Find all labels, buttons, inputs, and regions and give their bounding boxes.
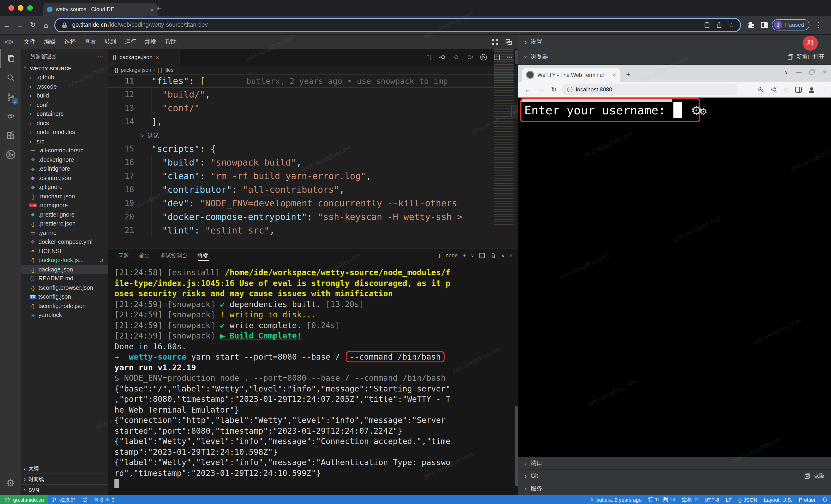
branch-version[interactable]: v2.5.0*: [49, 497, 79, 502]
file-item-README.md[interactable]: ⓘREADME.md: [21, 274, 108, 283]
menu-帮助[interactable]: 帮助: [161, 38, 181, 46]
nav-forward-icon[interactable]: [466, 54, 474, 61]
git-clone-button[interactable]: 克隆: [804, 472, 825, 480]
close-window-button[interactable]: [8, 5, 14, 11]
language-mode[interactable]: {}JSON: [735, 497, 761, 502]
file-item-docker-compose.yml[interactable]: ❖docker-compose.yml: [21, 237, 108, 247]
run-debug-icon[interactable]: [0, 107, 21, 126]
reload-icon[interactable]: ↻: [26, 21, 39, 29]
forward-icon[interactable]: →: [13, 21, 26, 29]
panel-tab-调试控制台[interactable]: 调试控制台: [161, 249, 188, 262]
address-bar[interactable]: go.titanide.cn/ide/web/coding/wetty-sour…: [54, 18, 741, 32]
embedded-browser-tab[interactable]: WeTTY - The Web Terminal ×: [522, 68, 621, 82]
close-editor-tab-icon[interactable]: ×: [155, 54, 159, 60]
user-badge[interactable]: 邓: [803, 36, 818, 51]
run-file-icon[interactable]: [480, 54, 487, 61]
file-item-tsconfig.node.json[interactable]: {}tsconfig.node.json: [21, 301, 108, 310]
source-control-icon[interactable]: 1: [0, 87, 21, 107]
code-editor[interactable]: 11 "files": [butlerx, 2 years ago • use …: [108, 74, 518, 250]
menu-编辑[interactable]: 编辑: [40, 38, 60, 46]
menu-查看[interactable]: 查看: [80, 38, 101, 46]
minimap[interactable]: [494, 49, 514, 225]
panel-expand-chevron-icon[interactable]: ›: [511, 105, 519, 118]
wetty-settings-gears-icon[interactable]: ⚙⚙: [691, 103, 708, 118]
new-tab-button[interactable]: +: [156, 4, 161, 13]
blame-info[interactable]: butlerx, 2 years ago: [586, 497, 645, 502]
breadcrumb[interactable]: {} package.json › [ ] files: [108, 66, 525, 74]
embedded-side-panel-icon[interactable]: [795, 87, 802, 93]
section-browser[interactable]: › 浏览器 新窗口打开: [518, 49, 831, 65]
file-item-package.json[interactable]: {}package.json: [21, 265, 108, 274]
layout-icon[interactable]: [505, 38, 513, 45]
embedded-minimize-icon[interactable]: —: [796, 69, 802, 75]
folder-item-build[interactable]: ›build: [21, 91, 108, 100]
sync-button[interactable]: [79, 497, 91, 502]
wetty-terminal-page[interactable]: Enter your username: ⚙⚙: [518, 97, 831, 457]
browser-menu-kebab-icon[interactable]: ⋮: [812, 21, 825, 29]
menu-文件[interactable]: 文件: [20, 38, 40, 46]
editor-scrollbar[interactable]: [515, 50, 518, 64]
bookmark-star-icon[interactable]: ☆: [727, 21, 735, 29]
file-item-.yarnrc[interactable]: ☰.yarnrc: [21, 228, 108, 237]
panel-tab-问题[interactable]: 问题: [118, 249, 129, 262]
sidebar-section-SVN[interactable]: ›SVN: [21, 484, 108, 495]
encoding[interactable]: UTF-8: [701, 497, 722, 502]
section-ports[interactable]: ›端口: [518, 457, 831, 470]
menu-转到[interactable]: 转到: [101, 38, 120, 46]
keyboard-layout[interactable]: Layout: U.S.: [761, 497, 796, 502]
embedded-restore-icon[interactable]: [810, 69, 815, 75]
problems-indicator[interactable]: ⊘0 ⚠0: [91, 497, 118, 503]
folder-item-containers[interactable]: ›containers: [21, 110, 108, 119]
folder-item-conf[interactable]: ›conf: [21, 100, 108, 110]
share-icon[interactable]: [715, 22, 723, 28]
embedded-profile-icon[interactable]: [808, 86, 815, 93]
breadcrumb-file[interactable]: package.json: [121, 67, 151, 73]
embedded-back-icon[interactable]: ←: [522, 86, 533, 93]
pull-changes-icon[interactable]: [426, 54, 433, 61]
file-item-.dockerignore[interactable]: ❖.dockerignore: [21, 155, 108, 164]
side-panel-icon[interactable]: [760, 21, 768, 28]
indentation[interactable]: 空格: 2: [679, 496, 701, 503]
embedded-reload-icon[interactable]: ↻: [548, 86, 560, 93]
embedded-close-tab-icon[interactable]: ×: [613, 71, 616, 78]
folder-item-docs[interactable]: ›docs: [21, 119, 108, 128]
sidebar-section-大纲[interactable]: ›大纲: [21, 463, 108, 474]
folder-item-node_modules[interactable]: ›node_modules: [21, 128, 108, 137]
folder-item-src[interactable]: ›src: [21, 137, 108, 146]
panel-tab-输出[interactable]: 输出: [139, 249, 150, 262]
file-item-tsconfig.browser.json[interactable]: {}tsconfig.browser.json: [21, 283, 108, 292]
sidebar-section-时间线[interactable]: ›时间线: [21, 474, 108, 484]
extensions-puzzle-icon[interactable]: [747, 21, 755, 29]
file-item-.prettierrc.json[interactable]: {}.prettierrc.json: [21, 219, 108, 228]
embedded-tab-list-chevron-icon[interactable]: ∨: [784, 69, 788, 75]
terminal-dropdown-icon[interactable]: ∨: [471, 253, 474, 258]
embedded-bookmark-icon[interactable]: ☆: [783, 86, 789, 93]
close-tab-icon[interactable]: ×: [150, 6, 154, 12]
project-root[interactable]: ›WETTY-SOURCE: [21, 64, 108, 73]
explorer-more-icon[interactable]: ⋯: [97, 53, 103, 60]
menu-终端[interactable]: 终端: [141, 38, 161, 46]
cursor-position[interactable]: 行 11, 列 13: [645, 496, 679, 503]
codelens-debug[interactable]: ▷ 调试: [108, 128, 518, 142]
file-item-.all-contributorsrc[interactable]: ☰.all-contributorsrc: [21, 146, 108, 155]
menu-运行[interactable]: 运行: [120, 38, 141, 46]
nav-back-icon[interactable]: [439, 54, 447, 61]
fullscreen-icon[interactable]: [491, 38, 498, 45]
file-item-.npmignore[interactable]: npm.npmignore: [21, 201, 108, 210]
notifications-bell-icon[interactable]: [819, 497, 831, 502]
explorer-files-icon[interactable]: [0, 49, 22, 68]
embedded-menu-kebab-icon[interactable]: ⋮: [821, 86, 827, 93]
terminal-shell-select[interactable]: ❯ node: [436, 252, 458, 259]
file-item-.gitignore[interactable]: ◆.gitignore: [21, 183, 108, 192]
embedded-new-tab-icon[interactable]: +: [626, 70, 631, 79]
eol[interactable]: LF: [722, 497, 735, 502]
panel-tab-终端[interactable]: 终端: [198, 249, 208, 262]
svn-icon[interactable]: [0, 145, 21, 164]
file-item-.eslintignore[interactable]: ◆.eslintignore: [21, 164, 108, 174]
section-settings[interactable]: ›设置: [518, 35, 831, 49]
split-terminal-icon[interactable]: [479, 252, 485, 259]
section-git[interactable]: ›Git 克隆: [518, 470, 831, 482]
open-new-window-button[interactable]: 新窗口打开: [787, 53, 825, 61]
embedded-address-bar[interactable]: ⓘ localhost:8080: [561, 84, 738, 95]
profile-button[interactable]: J Paused: [772, 19, 809, 30]
